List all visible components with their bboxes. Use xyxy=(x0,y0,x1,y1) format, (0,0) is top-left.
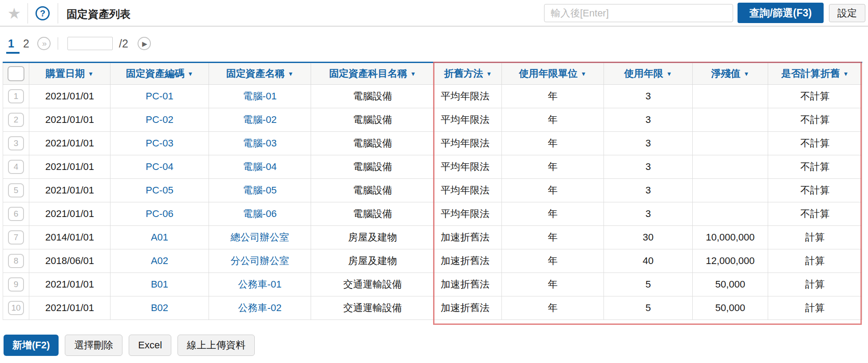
cell-method: 加速折舊法 xyxy=(434,273,502,296)
select-all-checkbox[interactable] xyxy=(8,66,24,81)
page-jump-input[interactable] xyxy=(67,37,113,50)
row-number-cell: 6 xyxy=(3,202,29,226)
cell-name[interactable]: 電腦-01 xyxy=(209,85,311,108)
query-filter-button[interactable]: 查詢/篩選(F3) xyxy=(738,3,824,23)
cell-name[interactable]: 總公司辦公室 xyxy=(209,226,311,249)
column-label-residual: 淨殘值 xyxy=(711,68,741,79)
cell-years: 3 xyxy=(604,108,693,132)
cell-unit: 年 xyxy=(502,202,604,226)
sort-arrow-icon: ▼ xyxy=(486,71,492,77)
page-number-2[interactable]: 2 xyxy=(23,37,29,50)
cell-code[interactable]: PC-01 xyxy=(110,85,209,108)
select-all-header-cell xyxy=(3,63,29,85)
row-number-badge[interactable]: 10 xyxy=(8,301,24,315)
column-header-account[interactable]: 固定資產科目名稱▼ xyxy=(311,63,434,85)
cell-code[interactable]: PC-06 xyxy=(110,202,209,226)
excel-button[interactable]: Excel xyxy=(129,335,171,356)
cell-account: 電腦設備 xyxy=(311,155,434,179)
column-header-date[interactable]: 購置日期▼ xyxy=(29,63,110,85)
cell-code[interactable]: PC-05 xyxy=(110,179,209,202)
cell-residual: 10,000,000 xyxy=(693,226,768,249)
cell-code[interactable]: PC-02 xyxy=(110,108,209,132)
cell-years: 3 xyxy=(604,202,693,226)
table-row: 92021/01/01B01公務車-01交通運輸設備加速折舊法年550,000計… xyxy=(3,273,862,296)
column-label-method: 折舊方法 xyxy=(444,68,483,79)
row-number-cell: 4 xyxy=(3,155,29,179)
cell-name[interactable]: 電腦-05 xyxy=(209,179,311,202)
cell-years: 3 xyxy=(604,132,693,155)
topbar-divider xyxy=(28,3,28,24)
cell-method: 平均年限法 xyxy=(434,108,502,132)
cell-code[interactable]: PC-04 xyxy=(110,155,209,179)
row-number-badge[interactable]: 2 xyxy=(8,113,24,127)
cell-date: 2021/01/01 xyxy=(29,85,110,108)
column-header-residual[interactable]: 淨殘值▼ xyxy=(693,63,768,85)
settings-button[interactable]: 設定 xyxy=(829,4,865,22)
cell-unit: 年 xyxy=(502,249,604,273)
column-header-depreciate[interactable]: 是否計算折舊▼ xyxy=(768,63,862,85)
cell-date: 2021/01/01 xyxy=(29,108,110,132)
cell-date: 2021/01/01 xyxy=(29,296,110,320)
page-total-label: /2 xyxy=(119,37,128,50)
cell-code[interactable]: B02 xyxy=(110,296,209,320)
upload-button[interactable]: 線上上傳資料 xyxy=(178,335,255,356)
row-number-badge[interactable]: 6 xyxy=(8,207,24,221)
current-page-underline xyxy=(6,52,20,54)
cell-depreciate: 不計算 xyxy=(768,108,862,132)
cell-depreciate: 計算 xyxy=(768,226,862,249)
cell-depreciate: 計算 xyxy=(768,296,862,320)
column-header-code[interactable]: 固定資產編碼▼ xyxy=(110,63,209,85)
delete-button[interactable]: 選擇刪除 xyxy=(65,335,122,356)
cell-code[interactable]: A01 xyxy=(110,226,209,249)
table-row: 62021/01/01PC-06電腦-06電腦設備平均年限法年3不計算 xyxy=(3,202,862,226)
cell-method: 加速折舊法 xyxy=(434,296,502,320)
cell-account: 房屋及建物 xyxy=(311,249,434,273)
row-number-badge[interactable]: 5 xyxy=(8,183,24,197)
row-number-badge[interactable]: 8 xyxy=(8,254,24,268)
row-number-badge[interactable]: 3 xyxy=(8,136,24,150)
asset-table-wrap: 購置日期▼固定資產編碼▼固定資產名稱▼固定資產科目名稱▼折舊方法▼使用年限單位▼… xyxy=(3,62,862,320)
cell-code[interactable]: B01 xyxy=(110,273,209,296)
row-number-badge[interactable]: 1 xyxy=(8,89,24,103)
column-header-unit[interactable]: 使用年限單位▼ xyxy=(502,63,604,85)
search-input[interactable] xyxy=(544,4,733,22)
cell-name[interactable]: 分公司辦公室 xyxy=(209,249,311,273)
cell-name[interactable]: 電腦-03 xyxy=(209,132,311,155)
cell-residual: 50,000 xyxy=(693,296,768,320)
sort-arrow-icon: ▼ xyxy=(843,71,849,77)
cell-depreciate: 不計算 xyxy=(768,85,862,108)
cell-method: 平均年限法 xyxy=(434,85,502,108)
row-number-badge[interactable]: 4 xyxy=(8,160,24,174)
page-number-1-current[interactable]: 1 xyxy=(8,37,14,50)
add-button[interactable]: 新增(F2) xyxy=(4,335,59,356)
go-to-page-icon[interactable]: ▶ xyxy=(138,37,151,50)
next-pages-icon[interactable]: » xyxy=(37,37,51,50)
cell-name[interactable]: 電腦-06 xyxy=(209,202,311,226)
cell-unit: 年 xyxy=(502,179,604,202)
cell-date: 2021/01/01 xyxy=(29,179,110,202)
table-row: 102021/01/01B02公務車-02交通運輸設備加速折舊法年550,000… xyxy=(3,296,862,320)
topbar-divider xyxy=(58,3,58,24)
row-number-badge[interactable]: 7 xyxy=(8,230,24,245)
sort-arrow-icon: ▼ xyxy=(667,71,672,77)
sort-arrow-icon: ▼ xyxy=(410,71,416,77)
cell-name[interactable]: 電腦-04 xyxy=(209,155,311,179)
column-header-name[interactable]: 固定資產名稱▼ xyxy=(209,63,311,85)
row-number-badge[interactable]: 9 xyxy=(8,277,24,292)
column-header-years[interactable]: 使用年限▼ xyxy=(604,63,693,85)
row-number-cell: 1 xyxy=(3,85,29,108)
cell-account: 房屋及建物 xyxy=(311,226,434,249)
table-row: 12021/01/01PC-01電腦-01電腦設備平均年限法年3不計算 xyxy=(3,85,862,108)
cell-name[interactable]: 公務車-01 xyxy=(209,273,311,296)
cell-name[interactable]: 電腦-02 xyxy=(209,108,311,132)
cell-name[interactable]: 公務車-02 xyxy=(209,296,311,320)
cell-code[interactable]: PC-03 xyxy=(110,132,209,155)
cell-code[interactable]: A02 xyxy=(110,249,209,273)
help-icon[interactable]: ? xyxy=(36,6,50,20)
column-header-method[interactable]: 折舊方法▼ xyxy=(434,63,502,85)
table-row: 22021/01/01PC-02電腦-02電腦設備平均年限法年3不計算 xyxy=(3,108,862,132)
asset-table: 購置日期▼固定資產編碼▼固定資產名稱▼固定資產科目名稱▼折舊方法▼使用年限單位▼… xyxy=(3,62,862,320)
cell-depreciate: 不計算 xyxy=(768,179,862,202)
favorite-star-icon[interactable]: ★ xyxy=(5,4,23,22)
table-row: 32021/01/01PC-03電腦-03電腦設備平均年限法年3不計算 xyxy=(3,132,862,155)
